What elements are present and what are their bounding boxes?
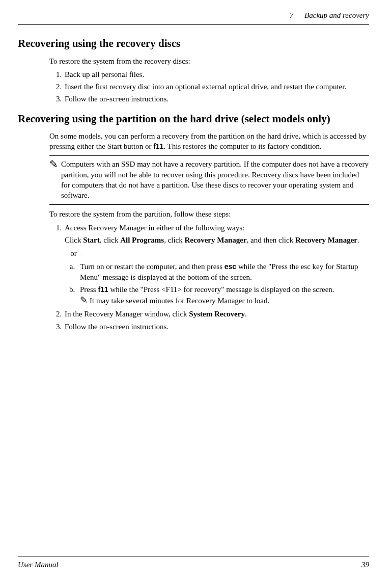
section-heading-partition: Recovering using the partition on the ha… bbox=[18, 112, 369, 126]
t: , click bbox=[100, 236, 120, 244]
section-heading-recovery-discs: Recovering using the recovery discs bbox=[18, 36, 369, 50]
bold-system-recovery: System Recovery bbox=[189, 310, 245, 318]
section2-step-2: In the Recovery Manager window, click Sy… bbox=[64, 309, 369, 319]
step1-click-line: Click Start, click All Programs, click R… bbox=[65, 235, 369, 245]
footer-left: User Manual bbox=[18, 560, 59, 570]
step1-sub-b: Press f11 while the "Press <F11> for rec… bbox=[77, 284, 369, 306]
section1-steps: Back up all personal files. Insert the f… bbox=[49, 69, 369, 104]
key-f11: f11 bbox=[153, 142, 163, 150]
section1-intro: To restore the system from the recovery … bbox=[49, 56, 369, 66]
key-esc: esc bbox=[225, 262, 236, 271]
t: Turn on or restart the computer, and the… bbox=[80, 262, 225, 271]
section2-steps: Access Recovery Manager in either of the… bbox=[49, 223, 369, 332]
footer-page-number: 39 bbox=[361, 560, 369, 570]
note-ssd: ✎ Computers with an SSD may not have a r… bbox=[49, 155, 369, 205]
t: . bbox=[245, 310, 247, 318]
pencil-icon: ✎ bbox=[49, 159, 58, 169]
bold-recovery-manager: Recovery Manager bbox=[185, 236, 247, 244]
or-separator: – or – bbox=[65, 248, 369, 258]
section1-step-2: Insert the first recovery disc into an o… bbox=[64, 82, 369, 92]
page-header: 7 Backup and recovery bbox=[18, 10, 369, 25]
t: while the "Press <F11> for recovery" mes… bbox=[108, 285, 334, 294]
key-f11-b: f11 bbox=[98, 285, 108, 294]
chapter-title: Backup and recovery bbox=[304, 11, 369, 19]
page-container: 7 Backup and recovery Recovering using t… bbox=[0, 0, 392, 585]
t: . bbox=[357, 236, 359, 244]
section1-step-3: Follow the on-screen instructions. bbox=[64, 94, 369, 104]
t: , click bbox=[164, 236, 184, 244]
step1-sub-a: Turn on or restart the computer, and the… bbox=[77, 261, 369, 282]
bold-recovery-manager-2: Recovery Manager bbox=[295, 236, 357, 244]
chapter-number: 7 bbox=[290, 11, 294, 19]
section2-step-3: Follow the on-screen instructions. bbox=[64, 322, 369, 332]
section2-intro2: To restore the system from the partition… bbox=[49, 209, 369, 219]
step1-substeps: Turn on or restart the computer, and the… bbox=[65, 261, 369, 306]
step1-intro: Access Recovery Manager in either of the… bbox=[65, 223, 369, 233]
section1-step-1: Back up all personal files. bbox=[64, 69, 369, 79]
note-ssd-text: Computers with an SSD may not have a rec… bbox=[61, 159, 369, 200]
bold-start: Start bbox=[83, 236, 100, 244]
page-footer: User Manual 39 bbox=[18, 556, 369, 570]
bold-all-programs: All Programs bbox=[120, 236, 164, 244]
section2-intro: On some models, you can perform a recove… bbox=[49, 131, 369, 152]
note-load-text: It may take several minutes for Recovery… bbox=[90, 296, 269, 306]
t: Press bbox=[80, 285, 98, 294]
t: , and then click bbox=[247, 236, 295, 244]
note-load-time: ✎ It may take several minutes for Recove… bbox=[80, 296, 369, 306]
pencil-icon: ✎ bbox=[80, 296, 88, 305]
intro-text-post: . This restores the computer to its fact… bbox=[163, 142, 322, 150]
section2-step-1: Access Recovery Manager in either of the… bbox=[64, 223, 369, 306]
t: Click bbox=[65, 236, 83, 244]
t: In the Recovery Manager window, click bbox=[65, 310, 189, 318]
